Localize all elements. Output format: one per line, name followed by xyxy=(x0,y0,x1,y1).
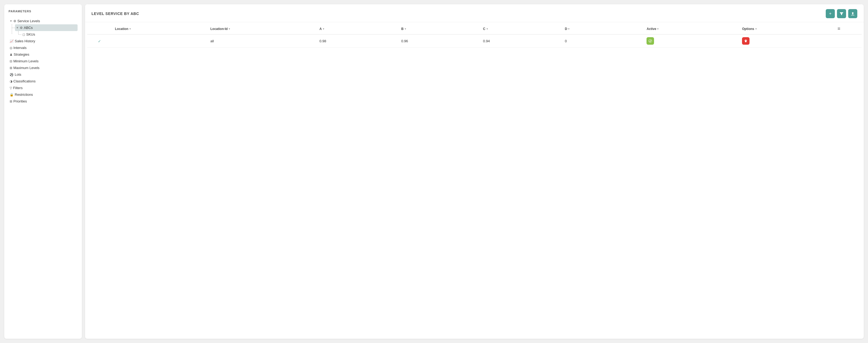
sidebar-item-label-abcs: ABCs xyxy=(24,26,33,30)
filter-icon xyxy=(839,11,844,16)
active-badge[interactable] xyxy=(647,37,654,45)
col-header-options[interactable]: Options ▾ xyxy=(739,23,834,34)
svg-rect-1 xyxy=(744,40,747,40)
priorities-icon: ⊞ xyxy=(10,99,12,103)
col-header-location[interactable]: Location ▾ xyxy=(112,23,207,34)
collapse-icon: ▼ xyxy=(10,20,12,23)
filters-icon: ▽ xyxy=(10,86,12,90)
col-header-check xyxy=(87,23,112,34)
left-panel: PARAMETERS ▼ ⚙ Service Levels ▼ ⚙ ABCs ◻ xyxy=(4,4,82,339)
classifications-icon: ◑ xyxy=(10,80,12,83)
sidebar-item-lots[interactable]: ⚽ Lots xyxy=(8,71,78,78)
row-options xyxy=(739,34,834,48)
sort-icon-c: ▾ xyxy=(487,28,488,30)
sidebar-item-skus[interactable]: ◻ SKUs xyxy=(22,31,78,38)
col-header-menu: ≡ xyxy=(834,23,862,34)
sort-icon-a: ▾ xyxy=(323,28,324,30)
sort-icon-b: ▾ xyxy=(405,28,406,30)
upload-button[interactable] xyxy=(848,9,857,18)
service-levels-icon: ⚙ xyxy=(13,19,16,23)
row-c: 0.94 xyxy=(480,34,562,48)
sidebar-item-classifications[interactable]: ◑ Classifications xyxy=(8,78,78,85)
sidebar-item-label-strategies: Strategies xyxy=(13,53,29,57)
row-active xyxy=(643,34,739,48)
sidebar-item-strategies[interactable]: ♟ Strategies xyxy=(8,51,78,58)
svg-point-0 xyxy=(649,39,652,42)
table-menu-icon[interactable]: ≡ xyxy=(838,26,840,31)
sidebar-item-label-filters: Filters xyxy=(13,86,23,90)
row-b: 0.96 xyxy=(398,34,480,48)
check-circle-icon xyxy=(648,39,652,43)
sidebar-item-label-classifications: Classifications xyxy=(13,79,36,83)
sort-icon-location-id: ▾ xyxy=(229,28,230,30)
sidebar-item-service-levels[interactable]: ▼ ⚙ Service Levels xyxy=(8,18,78,24)
abcs-icon: ⚙ xyxy=(20,26,23,30)
sidebar-item-maximum-levels[interactable]: ⊞ Maximum Levels xyxy=(8,64,78,71)
restrictions-icon: 🔒 xyxy=(10,93,13,97)
lots-icon: ⚽ xyxy=(10,73,13,76)
row-location xyxy=(112,34,207,48)
sidebar-item-label-skus: SKUs xyxy=(26,32,35,36)
sort-icon-active: ▾ xyxy=(657,28,658,30)
col-header-a[interactable]: A ▾ xyxy=(316,23,398,34)
abcs-collapse-icon: ▼ xyxy=(16,26,19,29)
sales-history-icon: 📈 xyxy=(10,39,13,43)
sidebar-item-restrictions[interactable]: 🔒 Restrictions xyxy=(8,91,78,98)
add-button[interactable]: + xyxy=(826,9,835,18)
sort-icon-d: ▾ xyxy=(568,28,569,30)
table-row: ✓ all 0.98 0.96 0.94 xyxy=(87,34,862,48)
col-header-location-id[interactable]: Location-Id ▾ xyxy=(207,23,316,34)
toolbar-buttons: + xyxy=(826,9,857,18)
tree-line-v2 xyxy=(18,31,19,34)
sidebar-item-label-minimum-levels: Minimum Levels xyxy=(13,59,38,63)
page-title: LEVEL SERVICE BY ABC xyxy=(91,11,139,16)
sort-icon-location: ▾ xyxy=(129,28,131,30)
delete-button[interactable] xyxy=(742,37,749,45)
sidebar-item-label-priorities: Priorities xyxy=(13,99,27,103)
row-d: 0 xyxy=(562,34,644,48)
right-panel: LEVEL SERVICE BY ABC + xyxy=(85,4,864,339)
sidebar-item-filters[interactable]: ▽ Filters xyxy=(8,85,78,91)
strategies-icon: ♟ xyxy=(10,53,12,57)
table-container: Location ▾ Location-Id ▾ A ▾ xyxy=(85,22,864,339)
tree: ▼ ⚙ Service Levels ▼ ⚙ ABCs ◻ SKUs xyxy=(8,18,78,104)
row-menu xyxy=(834,34,862,48)
col-header-b[interactable]: B ▾ xyxy=(398,23,480,34)
maximum-levels-icon: ⊞ xyxy=(10,66,12,70)
upload-icon xyxy=(850,11,855,16)
sidebar-item-minimum-levels[interactable]: ⊟ Minimum Levels xyxy=(8,58,78,64)
sidebar-item-label-lots: Lots xyxy=(15,72,22,76)
sidebar-item-label: Service Levels xyxy=(18,19,40,23)
sidebar-item-abcs[interactable]: ▼ ⚙ ABCs xyxy=(15,24,78,31)
abcs-branch: ▼ ⚙ ABCs ◻ SKUs xyxy=(8,24,78,38)
sidebar-item-label-sales-history: Sales History xyxy=(15,39,35,43)
col-header-active[interactable]: Active ▾ xyxy=(643,23,739,34)
row-a: 0.98 xyxy=(316,34,398,48)
trash-icon xyxy=(744,39,747,42)
tree-line-v xyxy=(12,24,12,34)
sidebar-item-label-restrictions: Restrictions xyxy=(15,93,33,97)
filter-button[interactable] xyxy=(837,9,846,18)
col-header-d[interactable]: D ▾ xyxy=(562,23,644,34)
skus-branch: ◻ SKUs xyxy=(15,31,78,38)
sidebar-item-label-maximum-levels: Maximum Levels xyxy=(13,66,39,70)
sort-icon-options: ▾ xyxy=(755,28,757,30)
panel-title: PARAMETERS xyxy=(8,10,78,13)
sidebar-item-intervals[interactable]: ◎ Intervals xyxy=(8,44,78,51)
minimum-levels-icon: ⊟ xyxy=(10,59,12,63)
row-location-id: all xyxy=(207,34,316,48)
skus-icon: ◻ xyxy=(23,33,25,36)
sidebar-item-priorities[interactable]: ⊞ Priorities xyxy=(8,98,78,104)
col-header-c[interactable]: C ▾ xyxy=(480,23,562,34)
row-check: ✓ xyxy=(87,34,112,48)
sidebar-item-sales-history[interactable]: 📈 Sales History xyxy=(8,38,78,44)
intervals-icon: ◎ xyxy=(10,46,12,50)
data-table: Location ▾ Location-Id ▾ A ▾ xyxy=(87,23,862,48)
sidebar-item-label-intervals: Intervals xyxy=(13,46,27,50)
right-header: LEVEL SERVICE BY ABC + xyxy=(85,4,864,22)
